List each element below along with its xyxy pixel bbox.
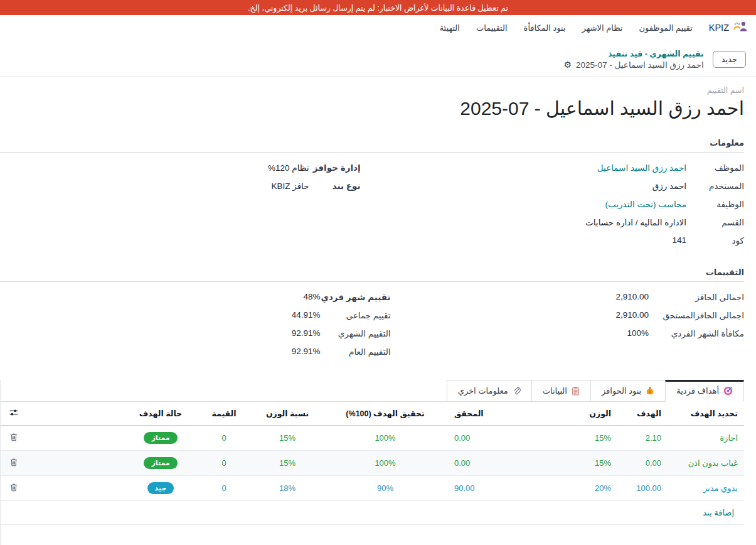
field-overall-rating: التقييم العام 92.91% [0,347,391,357]
field-group-rating-value[interactable]: 44.91% [270,310,321,320]
cell-name[interactable]: غياب بدون اذن [668,451,744,476]
field-total-incentive-value[interactable]: 2,910.00 [591,292,649,301]
tab-other-info[interactable]: معلومات اخري [447,380,531,401]
tab-data[interactable]: البيانات [531,380,590,401]
info-fields-right: الموظف احمد رزق السيد اسماعيل المستخدم ا… [395,163,744,254]
cell-filler [27,476,125,501]
col-weight[interactable]: الوزن [564,402,617,426]
field-group-rating: تقييم جماعي 44.91% [0,310,391,320]
cell-target[interactable]: 0.00 [617,451,668,476]
col-weight-ratio[interactable]: نسبة الوزن [252,402,322,426]
paperclip-icon [513,386,521,396]
optional-columns-icon[interactable] [1,402,27,426]
field-individual-month-bonus-value[interactable]: 100% [591,328,649,338]
field-employee: الموظف احمد رزق السيد اسماعيل [395,163,744,173]
tab-individual-goals[interactable]: أهداف فردية [665,380,744,402]
field-individual-month-bonus: مكافأة الشهر الفردي 100% [395,328,744,338]
cell-achieved[interactable]: 90.00 [448,476,564,501]
cell-goal-pct[interactable]: 100% [322,426,448,451]
cell-goal-pct[interactable]: 100% [322,451,448,476]
table-row-manual-manager[interactable]: يدوي مدير 100.00 20% 90.00 90% 18% 0 جيد [1,476,744,501]
gear-icon[interactable]: ⚙ [563,60,572,69]
cell-weight[interactable]: 15% [564,426,617,451]
trash-icon[interactable] [10,433,18,441]
cell-delete [1,476,27,501]
field-monthly-rating: التقييم الشهري 92.91% [0,328,391,338]
field-individual-month-rating: تقييم شهر فردي 48% [0,292,391,302]
cell-achieved[interactable]: 0.00 [448,451,564,476]
goals-table: تحديد الهدف الهدف الوزن المحقق تحقيق اله… [1,402,744,501]
field-overall-rating-value[interactable]: 92.91% [270,347,321,356]
field-job-label: الوظيفة [686,199,744,209]
field-item-type-label: نوع بند [309,181,361,191]
cell-weight[interactable]: 15% [564,451,617,476]
breadcrumb-parent-link[interactable]: تقييم الشهري - قيد تنفيذ [563,49,703,58]
target-icon [723,386,733,396]
field-item-type-value[interactable]: حافز KBIZ [271,181,309,191]
field-employee-value[interactable]: احمد رزق السيد اسماعيل [597,163,686,173]
breadcrumb-current: احمد رزق السيد اسماعيل - 07-2025 ⚙ [563,60,703,70]
cell-name[interactable]: اجازة [668,426,744,451]
ratings-fields-left: تقييم شهر فردي 48% تقييم جماعي 44.91% ال… [0,292,395,365]
cell-value[interactable]: 0 [196,451,252,476]
cell-goal-pct[interactable]: 90% [322,476,448,501]
trash-icon[interactable] [10,483,18,492]
field-item-type: نوع بند حافز KBIZ [0,181,361,191]
col-filler [27,402,125,426]
trash-icon[interactable] [10,458,18,467]
col-goal-status[interactable]: حالة الهدف [125,402,196,426]
status-badge[interactable]: ممتاز [144,457,177,469]
cell-value[interactable]: 0 [196,426,252,451]
clipboard-icon [572,386,580,396]
test-mode-banner-text: تم تعطيل قاعدة البيانات لأغراض الاختبار:… [248,3,508,13]
cell-achieved[interactable]: 0.00 [448,426,564,451]
col-achieved[interactable]: المحقق [448,402,564,426]
table-row-absence[interactable]: غياب بدون اذن 0.00 15% 0.00 100% 15% 0 م… [1,451,744,476]
cell-value[interactable]: 0 [196,476,252,501]
nav-item-configuration[interactable]: التهيئة [440,23,460,33]
cell-weight[interactable]: 20% [564,476,617,501]
cell-status: جيد [125,476,196,501]
field-user-value[interactable]: احمد رزق [652,181,686,191]
table-row-vacation[interactable]: اجازة 2.10 15% 0.00 100% 15% 0 ممتاز [1,426,744,451]
field-user: المستخدم احمد رزق [395,181,744,191]
nav-item-reward-items[interactable]: بنود المكافأة [524,23,566,33]
info-section: معلومات الموظف احمد رزق السيد اسماعيل ال… [0,138,744,254]
field-total-incentive-due: اجمالي الحافزالمستحق 2,910.00 [395,310,744,320]
field-monthly-rating-value[interactable]: 92.91% [270,328,321,338]
field-department-value[interactable]: الاداره الماليه / اداره حسابات [585,217,686,227]
field-incentive-management-label: إدارة حوافز [309,163,361,173]
field-total-incentive-due-value[interactable]: 2,910.00 [591,310,649,320]
col-goal-name[interactable]: تحديد الهدف [668,402,744,426]
cell-target[interactable]: 2.10 [617,426,668,451]
field-incentive-management-value[interactable]: نظام 120% [268,163,309,173]
status-badge[interactable]: ممتاز [144,432,177,444]
app-name: KPIZ [709,23,729,33]
field-job: الوظيفة محاسب (تحت التدريب) [395,199,744,209]
add-line-link[interactable]: إضافة بند [1,501,744,525]
col-goal-achievement[interactable]: تحقيق الهدف (100%) [322,402,448,426]
cell-weight-pct[interactable]: 15% [252,451,322,476]
col-target[interactable]: الهدف [617,402,668,426]
cell-target[interactable]: 100.00 [617,476,668,501]
tab-other-info-label: معلومات اخري [458,386,508,396]
tab-incentive-items-label: بنود الحوافز [602,386,641,396]
field-employee-label: الموظف [686,163,744,173]
nav-item-months-system[interactable]: نظام الاشهر [582,23,622,33]
nav-item-employee-evaluation[interactable]: تقييم الموظفون [639,23,692,33]
tab-data-label: البيانات [543,386,567,396]
field-job-value[interactable]: محاسب (تحت التدريب) [605,199,686,209]
nav-item-evaluations[interactable]: التقييمات [476,23,508,33]
new-button[interactable]: جديد [713,51,746,68]
field-individual-month-rating-value[interactable]: 48% [270,292,321,301]
app-menu-button[interactable]: KPIZ [709,20,747,35]
evaluation-title-field[interactable]: احمد رزق السيد اسماعيل - 07-2025 [0,97,744,119]
col-value[interactable]: القيمة [196,402,252,426]
cell-weight-pct[interactable]: 18% [252,476,322,501]
cell-name[interactable]: يدوي مدير [668,476,744,501]
status-badge[interactable]: جيد [147,482,174,494]
cell-weight-pct[interactable]: 15% [252,426,322,451]
field-code-value[interactable]: 141 [672,235,686,245]
field-group-rating-label: تقييم جماعي [321,310,391,320]
tab-incentive-items[interactable]: بنود الحوافز [590,380,665,401]
